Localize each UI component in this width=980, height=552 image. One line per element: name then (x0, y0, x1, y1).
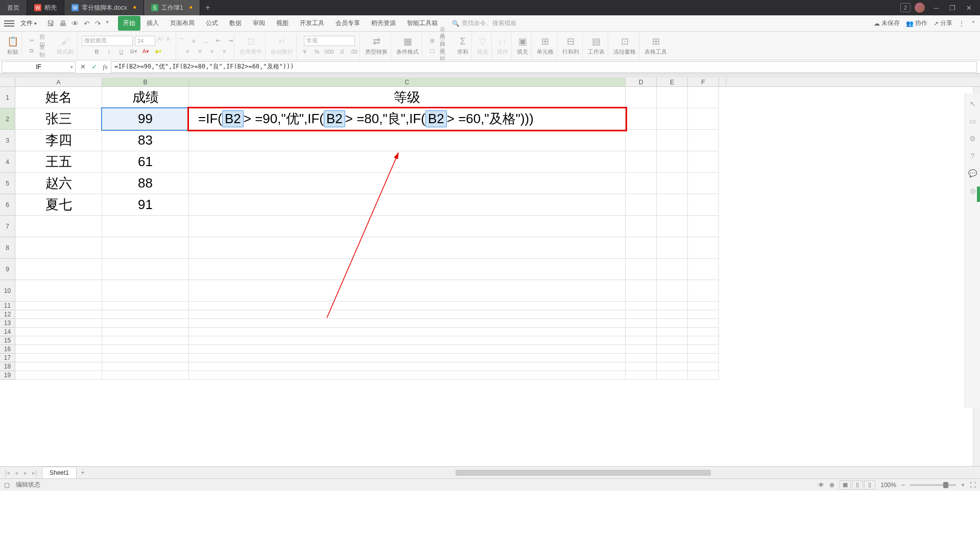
rowhdr-13[interactable]: 13 (0, 319, 15, 328)
cell[interactable] (102, 362, 189, 371)
italic-icon[interactable]: I (105, 47, 114, 56)
new-tab-button[interactable]: + (200, 3, 216, 12)
rowhdr-16[interactable]: 16 (0, 345, 15, 354)
filter-group[interactable]: ▽筛选 (474, 33, 492, 59)
rowhdr-18[interactable]: 18 (0, 362, 15, 371)
cell-F1[interactable] (688, 87, 719, 108)
decrease-font-icon[interactable]: A⁻ (166, 36, 173, 46)
tabletools-group[interactable]: ⊞表格工具 (641, 33, 670, 59)
cell[interactable] (189, 319, 626, 328)
align-left-icon[interactable]: ≡ (183, 47, 193, 56)
cell[interactable] (15, 345, 102, 354)
colhdr-B[interactable]: B (102, 78, 189, 86)
cell[interactable] (102, 216, 189, 237)
cell-D4[interactable] (626, 151, 657, 173)
cell-C4[interactable] (189, 151, 626, 173)
cell[interactable] (688, 345, 719, 354)
window-indicator[interactable]: 2 (900, 3, 911, 12)
align-bot-icon[interactable]: ⎵ (202, 36, 211, 45)
tab-pagelayout[interactable]: 页面布局 (165, 16, 200, 31)
cell[interactable] (626, 345, 657, 354)
cell[interactable] (189, 354, 626, 362)
cell[interactable] (189, 345, 626, 354)
rowhdr-12[interactable]: 12 (0, 310, 15, 319)
cancel-formula-icon[interactable]: ✕ (77, 63, 88, 71)
cut-icon[interactable]: ✂ (27, 36, 36, 45)
select-icon[interactable]: ▭ (968, 116, 978, 126)
cell[interactable] (102, 354, 189, 362)
tab-docx[interactable]: W零分猫脚本.docx• (64, 0, 144, 15)
record-icon[interactable]: ▢ (4, 481, 10, 489)
qat-dropdown[interactable]: ▾ (106, 19, 109, 28)
cell[interactable] (657, 216, 688, 237)
accept-formula-icon[interactable]: ✓ (88, 63, 100, 71)
rowhdr-11[interactable]: 11 (0, 302, 15, 310)
paste-group[interactable]: 📋粘贴 (4, 33, 22, 59)
cell-B2[interactable]: 99 (102, 108, 189, 130)
cell[interactable] (626, 280, 657, 302)
align-center-icon[interactable]: ≡ (196, 47, 205, 56)
cell[interactable] (626, 319, 657, 328)
tablestyle-icon[interactable]: ⊞ (427, 36, 437, 45)
fullscreen-icon[interactable]: ⛶ (970, 481, 976, 489)
cell[interactable] (657, 328, 688, 336)
cell[interactable] (15, 336, 102, 345)
tab-home[interactable]: 首页 (0, 0, 27, 15)
cell-B3[interactable]: 83 (102, 130, 189, 151)
cell[interactable] (189, 362, 626, 371)
freeze-group[interactable]: ⊡冻结窗格 (610, 33, 639, 59)
cell-A3[interactable]: 李四 (15, 130, 102, 151)
zoom-slider[interactable] (910, 484, 956, 486)
cursor-icon[interactable]: ↖ (968, 99, 978, 109)
rowhdr-7[interactable]: 7 (0, 216, 15, 237)
align-just-icon[interactable]: ≡ (220, 47, 229, 56)
cell-D5[interactable] (626, 173, 657, 194)
cell[interactable] (657, 237, 688, 259)
tab-data[interactable]: 数据 (224, 16, 247, 31)
colhdr-D[interactable]: D (626, 78, 657, 86)
cell-C3[interactable] (189, 130, 626, 151)
cell[interactable] (626, 259, 657, 280)
cell[interactable] (688, 216, 719, 237)
more-icon[interactable]: ⋮ (959, 20, 965, 27)
cell[interactable] (626, 237, 657, 259)
rowhdr-14[interactable]: 14 (0, 328, 15, 336)
sort-group[interactable]: ↓↑排序 (494, 33, 512, 59)
cell[interactable] (657, 345, 688, 354)
cell[interactable] (688, 362, 719, 371)
cell[interactable] (15, 354, 102, 362)
cell-C6[interactable] (189, 194, 626, 216)
sheet-first-icon[interactable]: |◂ (3, 469, 11, 476)
cell[interactable] (688, 259, 719, 280)
tab-workbook[interactable]: S工作簿1• (144, 0, 200, 15)
cell-E4[interactable] (657, 151, 688, 173)
cell[interactable] (189, 302, 626, 310)
currency-icon[interactable]: ¥ (300, 47, 309, 56)
tab-member[interactable]: 会员专享 (330, 16, 365, 31)
cell[interactable] (102, 259, 189, 280)
zoom-thumb[interactable] (943, 482, 948, 488)
colhdr-E[interactable]: E (657, 78, 688, 86)
cell[interactable] (626, 302, 657, 310)
cell[interactable] (102, 371, 189, 380)
cell[interactable] (657, 319, 688, 328)
cell[interactable] (15, 310, 102, 319)
add-sheet-button[interactable]: + (77, 469, 89, 476)
grid-icon[interactable]: ⊕ (829, 481, 834, 489)
collab-button[interactable]: 👥协作 (906, 19, 927, 28)
preview-icon[interactable]: 👁 (71, 19, 79, 28)
cell[interactable] (688, 354, 719, 362)
fill-group[interactable]: ▣填充 (514, 33, 532, 59)
cell[interactable] (102, 302, 189, 310)
cell[interactable] (189, 371, 626, 380)
cell[interactable] (688, 237, 719, 259)
cell-F4[interactable] (688, 151, 719, 173)
cell[interactable] (688, 310, 719, 319)
target-icon[interactable]: ◎ (968, 186, 978, 196)
cell[interactable] (15, 371, 102, 380)
cell[interactable] (626, 336, 657, 345)
sum-group[interactable]: Σ求和 (454, 33, 472, 59)
typeconvert-group[interactable]: ⇄类型转换 (362, 33, 391, 59)
colhdr-A[interactable]: A (15, 78, 102, 86)
cell[interactable] (688, 280, 719, 302)
